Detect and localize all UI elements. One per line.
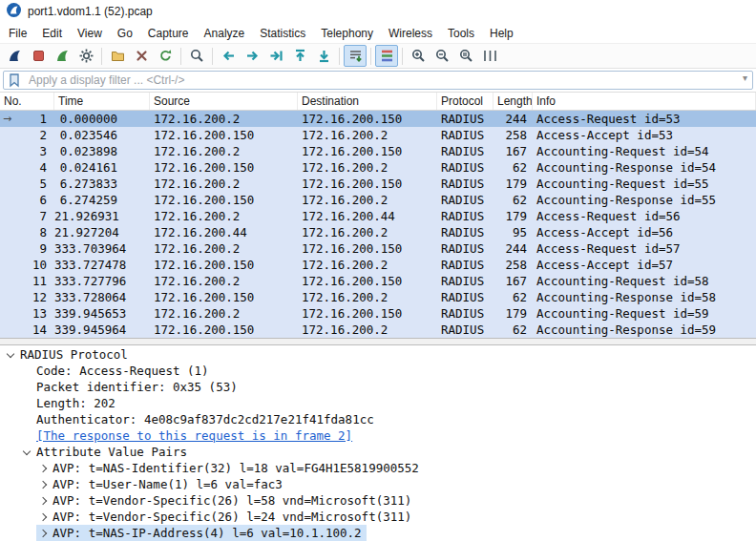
menu-wireless[interactable]: Wireless bbox=[381, 25, 440, 42]
cell-no: 14 bbox=[0, 322, 54, 338]
cell-length: 244 bbox=[494, 240, 533, 257]
menu-analyze[interactable]: Analyze bbox=[197, 25, 253, 42]
zoom-out-button[interactable] bbox=[430, 45, 453, 67]
cell-protocol: RADIUS bbox=[437, 176, 494, 192]
colorize-button[interactable] bbox=[375, 45, 398, 67]
cell-info: Accounting-Response id=54 bbox=[533, 159, 756, 176]
open-file-button[interactable] bbox=[106, 45, 129, 67]
table-row[interactable]: 20.023546172.16.200.150172.16.200.2RADIU… bbox=[0, 127, 756, 143]
column-header-time[interactable]: Time bbox=[54, 93, 150, 110]
menu-go[interactable]: Go bbox=[110, 25, 140, 42]
table-row[interactable]: 821.927204172.16.200.44172.16.200.2RADIU… bbox=[0, 224, 756, 240]
zoom-in-button[interactable] bbox=[407, 45, 430, 67]
detail-line[interactable]: Packet identifier: 0x35 (53) bbox=[20, 379, 242, 395]
column-header-source[interactable]: Source bbox=[150, 93, 298, 110]
find-packet-button[interactable] bbox=[185, 45, 208, 67]
column-header-length[interactable]: Length bbox=[494, 93, 533, 110]
toolbar-separator bbox=[101, 48, 102, 65]
close-file-button[interactable] bbox=[130, 45, 153, 67]
table-row[interactable]: 12333.728064172.16.200.150172.16.200.2RA… bbox=[0, 289, 756, 305]
table-row[interactable]: 10.000000172.16.200.2172.16.200.150RADIU… bbox=[0, 111, 756, 127]
resize-columns-button[interactable] bbox=[478, 45, 501, 67]
cell-no: 4 bbox=[0, 159, 54, 176]
zoom-reset-button[interactable] bbox=[454, 45, 477, 67]
detail-line[interactable]: Length: 202 bbox=[20, 395, 120, 411]
detail-row: AVP: t=NAS-Identifier(32) l=18 val=FG4H1… bbox=[0, 460, 756, 476]
menu-capture[interactable]: Capture bbox=[140, 25, 197, 42]
column-header-info[interactable]: Info bbox=[533, 93, 756, 110]
cell-source: 172.16.200.2 bbox=[150, 143, 298, 159]
table-row[interactable]: 40.024161172.16.200.150172.16.200.2RADIU… bbox=[0, 159, 756, 176]
detail-line[interactable]: Authenticator: 4e08c9af837dc2cd217e21f41… bbox=[20, 411, 379, 427]
menu-view[interactable]: View bbox=[70, 25, 110, 42]
filter-dropdown-chevron-icon[interactable]: ▾ bbox=[743, 73, 747, 83]
expand-chevron-icon[interactable] bbox=[39, 529, 47, 536]
cell-no: 10 bbox=[0, 257, 54, 273]
detail-line[interactable]: AVP: t=Vendor-Specific(26) l=58 vnd=Micr… bbox=[36, 492, 416, 509]
menu-help[interactable]: Help bbox=[482, 25, 521, 42]
table-row[interactable]: 13339.945653172.16.200.2172.16.200.150RA… bbox=[0, 305, 756, 322]
expand-chevron-icon[interactable] bbox=[39, 464, 47, 471]
menu-tools[interactable]: Tools bbox=[440, 25, 482, 42]
capture-options-button[interactable] bbox=[74, 45, 97, 67]
table-row[interactable]: 56.273833172.16.200.2172.16.200.150RADIU… bbox=[0, 176, 756, 192]
detail-line[interactable]: AVP: t=User-Name(1) l=6 val=fac3 bbox=[36, 476, 287, 492]
detail-line[interactable]: RADIUS Protocol bbox=[4, 346, 133, 363]
column-header-destination[interactable]: Destination bbox=[298, 93, 437, 110]
table-row[interactable]: 14339.945964172.16.200.150172.16.200.2RA… bbox=[0, 322, 756, 338]
detail-line[interactable]: AVP: t=NAS-Identifier(32) l=18 val=FG4H1… bbox=[36, 460, 424, 476]
detail-line[interactable]: AVP: t=Vendor-Specific(26) l=24 vnd=Micr… bbox=[36, 509, 416, 525]
response-frame-link[interactable]: [The response to this request is in fram… bbox=[36, 428, 352, 443]
go-to-packet-button[interactable] bbox=[264, 45, 287, 67]
menu-file[interactable]: File bbox=[1, 25, 34, 42]
cell-info: Accounting-Request id=59 bbox=[533, 305, 756, 322]
reload-button[interactable] bbox=[154, 45, 177, 67]
detail-line[interactable]: Code: Access-Request (1) bbox=[20, 363, 214, 379]
column-header-no[interactable]: No. bbox=[0, 93, 54, 110]
detail-text: Packet identifier: 0x35 (53) bbox=[36, 380, 238, 394]
expand-chevron-icon[interactable] bbox=[39, 512, 47, 520]
restart-capture-button[interactable] bbox=[51, 45, 74, 67]
pane-splitter[interactable] bbox=[0, 338, 756, 345]
detail-line[interactable]: Attribute Value Pairs bbox=[20, 444, 192, 460]
expand-chevron-icon[interactable] bbox=[39, 496, 47, 504]
column-header-protocol[interactable]: Protocol bbox=[437, 93, 494, 110]
menubar: FileEditViewGoCaptureAnalyzeStatisticsTe… bbox=[0, 23, 756, 43]
cell-length: 167 bbox=[494, 143, 533, 159]
table-row[interactable]: 9333.703964172.16.200.2172.16.200.150RAD… bbox=[0, 240, 756, 257]
cell-no: 13 bbox=[0, 305, 54, 322]
cell-source: 172.16.200.44 bbox=[150, 224, 298, 240]
stop-capture-button[interactable] bbox=[27, 45, 50, 67]
menu-edit[interactable]: Edit bbox=[34, 25, 70, 42]
restart-capture-icon bbox=[54, 48, 71, 64]
table-row[interactable]: 66.274259172.16.200.150172.16.200.2RADIU… bbox=[0, 192, 756, 208]
table-row[interactable]: 721.926931172.16.200.2172.16.200.44RADIU… bbox=[0, 208, 756, 224]
menu-statistics[interactable]: Statistics bbox=[252, 25, 313, 42]
go-back-button[interactable] bbox=[217, 45, 240, 67]
go-last-button[interactable] bbox=[312, 45, 335, 67]
filter-bookmark-icon[interactable] bbox=[8, 73, 21, 92]
detail-line[interactable]: [The response to this request is in fram… bbox=[20, 427, 357, 444]
start-capture-button[interactable] bbox=[3, 45, 26, 67]
reload-icon bbox=[158, 48, 174, 64]
table-row[interactable]: 30.023898172.16.200.2172.16.200.150RADIU… bbox=[0, 143, 756, 159]
cell-destination: 172.16.200.150 bbox=[298, 305, 437, 322]
go-first-button[interactable] bbox=[288, 45, 311, 67]
cell-destination: 172.16.200.150 bbox=[298, 240, 437, 257]
go-to-packet-icon bbox=[268, 48, 284, 64]
expander-slot bbox=[36, 514, 52, 520]
cell-destination: 172.16.200.2 bbox=[298, 224, 437, 240]
expand-chevron-icon[interactable] bbox=[39, 480, 47, 488]
detail-line[interactable]: AVP: t=NAS-IP-Address(4) l=6 val=10.1.10… bbox=[36, 525, 367, 541]
auto-scroll-button[interactable] bbox=[344, 45, 367, 67]
menu-telephony[interactable]: Telephony bbox=[313, 25, 381, 42]
table-row[interactable]: 11333.727796172.16.200.2172.16.200.150RA… bbox=[0, 273, 756, 289]
table-row[interactable]: 10333.727478172.16.200.150172.16.200.2RA… bbox=[0, 257, 756, 273]
display-filter-input[interactable] bbox=[3, 71, 753, 90]
detail-row: [The response to this request is in fram… bbox=[0, 427, 756, 444]
go-forward-button[interactable] bbox=[241, 45, 263, 67]
detail-text: RADIUS Protocol bbox=[20, 347, 128, 362]
collapse-chevron-icon[interactable] bbox=[23, 447, 31, 454]
collapse-chevron-icon[interactable] bbox=[7, 349, 14, 357]
cell-destination: 172.16.200.2 bbox=[298, 127, 437, 143]
